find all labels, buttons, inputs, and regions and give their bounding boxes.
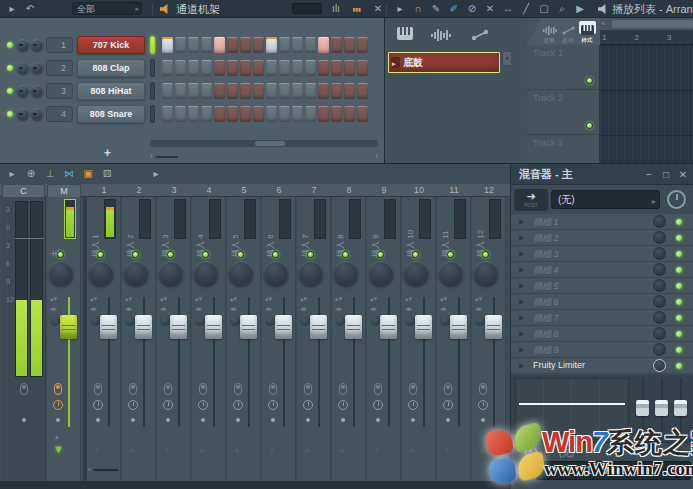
step-cell[interactable] (266, 83, 277, 99)
mixer-strip-insert[interactable]: 插入 4▴▾◂▸▵ (192, 197, 226, 481)
rack-scroll-right[interactable]: › (375, 151, 378, 161)
effect-slot[interactable]: ▶插槽 3 (511, 246, 693, 262)
record-dot[interactable] (131, 418, 135, 422)
channel-number-box[interactable]: 1 (46, 37, 73, 53)
graph-editor-icon[interactable]: ılı (328, 0, 344, 18)
slot-arrow-icon[interactable]: ▶ (519, 314, 524, 322)
step-cell[interactable] (188, 83, 199, 99)
stereo-separation-control[interactable]: ▴▾ (405, 295, 412, 303)
channel-button[interactable]: 808 Clap (77, 59, 145, 77)
pan-arrows-control[interactable]: ◂▸ (230, 305, 237, 313)
volume-fader[interactable] (380, 315, 397, 339)
effect-slot[interactable]: ▶插槽 9 (511, 342, 693, 358)
strip-enable-led[interactable] (132, 251, 139, 258)
strip-mini-knob[interactable] (265, 316, 275, 326)
step-cell[interactable] (188, 60, 199, 76)
zoom-tool-icon[interactable]: ⌕ (554, 0, 570, 18)
mixer-strip-insert[interactable]: 插入 11▴▾◂▸▵ (437, 197, 471, 481)
delete-tool-icon[interactable]: ⊘ (464, 0, 480, 18)
record-dot[interactable] (201, 418, 205, 422)
strip-pan-knob[interactable] (334, 261, 358, 285)
channel-number-box[interactable]: 3 (46, 83, 73, 99)
clock-icon[interactable] (478, 400, 488, 410)
step-cell[interactable] (331, 60, 342, 76)
patterns-tab-icon[interactable] (397, 26, 413, 44)
slot-arrow-icon[interactable]: ▶ (519, 250, 524, 258)
volume-fader[interactable] (170, 315, 187, 339)
slot-enable-led[interactable] (676, 347, 682, 353)
slot-mix-knob[interactable] (653, 311, 666, 324)
send-triangle-icon[interactable]: ▵ (270, 445, 274, 454)
audio-tab-label[interactable]: 音频 (540, 36, 558, 44)
mute-switch-icon[interactable] (20, 383, 28, 395)
stereo-separation-control[interactable]: ▴▾ (50, 295, 57, 303)
close-button[interactable]: ✕ (675, 164, 691, 185)
slot-enable-led[interactable] (676, 283, 682, 289)
mixer-strip-master[interactable]: 主▴▾◂▸▴▼ (47, 197, 81, 481)
stereo-separation-control[interactable]: ▴▾ (230, 295, 237, 303)
strip-pan-knob[interactable] (194, 261, 218, 285)
step-cell[interactable] (344, 83, 355, 99)
strip-pan-knob[interactable] (159, 261, 183, 285)
step-cell[interactable] (188, 106, 199, 122)
effect-slot[interactable]: ▶插槽 1 (511, 214, 693, 230)
mute-tool-icon[interactable]: ✕ (482, 0, 498, 18)
clock-icon[interactable] (233, 400, 243, 410)
limiter-fader-3[interactable] (673, 378, 688, 440)
slip-tool-icon[interactable]: ↔ (500, 0, 516, 18)
slot-mix-knob[interactable] (653, 295, 666, 308)
playback-tool-icon[interactable]: ▶ (572, 0, 588, 18)
slot-enable-led[interactable] (676, 251, 682, 257)
effect-slot[interactable]: ▶插槽 2 (511, 230, 693, 246)
step-cell[interactable] (266, 60, 277, 76)
mixer-column-7[interactable]: 7 (297, 184, 331, 197)
pan-arrows-control[interactable]: ◂▸ (370, 305, 377, 313)
limiter-display[interactable] (515, 378, 629, 440)
record-dot[interactable] (446, 418, 450, 422)
step-cell[interactable] (344, 37, 355, 53)
strip-pan-knob[interactable] (299, 261, 323, 285)
step-cell[interactable] (331, 106, 342, 122)
step-cell[interactable] (279, 37, 290, 53)
volume-fader[interactable] (310, 315, 327, 339)
record-dot[interactable] (22, 418, 26, 422)
step-cell[interactable] (318, 106, 329, 122)
step-cell[interactable] (279, 106, 290, 122)
step-cell[interactable] (305, 83, 316, 99)
picker-scrollbar[interactable]: ● (503, 52, 511, 65)
draw-tool-icon[interactable]: ✎ (428, 0, 444, 18)
step-cell[interactable] (292, 37, 303, 53)
clock-icon[interactable] (373, 400, 383, 410)
mixer-strip-insert[interactable]: 插入 12▴▾◂▸▵ (472, 197, 506, 481)
effect-slot[interactable]: ▶插槽 6 (511, 294, 693, 310)
volume-fader[interactable] (485, 315, 502, 339)
strip-enable-led[interactable] (237, 251, 244, 258)
record-dot[interactable] (96, 418, 100, 422)
strip-enable-led[interactable] (307, 251, 314, 258)
channel-enable-led[interactable] (7, 88, 13, 94)
channel-pan-knob[interactable] (17, 85, 29, 97)
pan-arrows-control[interactable]: ◂▸ (90, 305, 97, 313)
step-cell[interactable] (175, 106, 186, 122)
volume-fader[interactable] (135, 315, 152, 339)
swing-value-box[interactable] (292, 3, 322, 14)
track-enable-led[interactable] (586, 77, 593, 84)
step-cell[interactable] (201, 37, 212, 53)
strip-pan-knob[interactable] (264, 261, 288, 285)
step-cell[interactable] (305, 60, 316, 76)
stereo-separation-control[interactable]: ▴▾ (440, 295, 447, 303)
stereo-separation-control[interactable]: ▴▾ (90, 295, 97, 303)
strip-mini-knob[interactable] (195, 316, 205, 326)
mixer-strip-insert[interactable]: 插入 3▴▾◂▸▵ (157, 197, 191, 481)
pan-arrows-control[interactable]: ◂▸ (50, 305, 57, 313)
step-cell[interactable] (357, 106, 368, 122)
step-cell[interactable] (227, 83, 238, 99)
volume-fader[interactable] (450, 315, 467, 339)
channel-pan-knob[interactable] (17, 39, 29, 51)
send-triangle-icon[interactable]: ▵ (200, 445, 204, 454)
mute-switch-icon[interactable] (164, 383, 172, 395)
mixer-strip-insert[interactable]: 插入 5▴▾◂▸▵ (227, 197, 261, 481)
strip-mini-knob[interactable] (50, 316, 60, 326)
effect-slot[interactable]: ▶插槽 8 (511, 326, 693, 342)
stereo-separation-control[interactable]: ▴▾ (300, 295, 307, 303)
